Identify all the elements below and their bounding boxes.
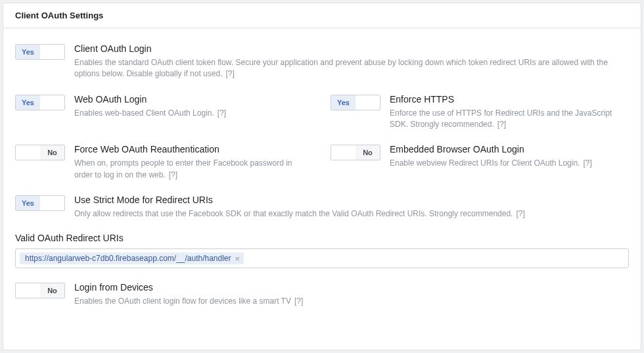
toggle-no-empty <box>40 45 64 59</box>
setting-desc: Enforce the use of HTTPS for Redirect UR… <box>390 108 629 131</box>
setting-embedded-browser: No Embedded Browser OAuth Login Enable w… <box>331 143 629 181</box>
toggle-yes-empty <box>16 283 40 298</box>
panel-body: Yes Client OAuth Login Enables the stand… <box>3 28 641 329</box>
toggle-no-empty <box>356 95 380 110</box>
setting-client-oauth-login: Yes Client OAuth Login Enables the stand… <box>15 43 629 80</box>
help-icon[interactable]: [?] <box>294 296 303 306</box>
setting-title: Embedded Browser OAuth Login <box>390 143 629 156</box>
setting-web-oauth-login: Yes Web OAuth Login Enables web-based Cl… <box>15 93 311 131</box>
setting-force-web-reauth: No Force Web OAuth Reauthentication When… <box>15 143 311 181</box>
setting-desc: Enable webview Redirect URIs for Client … <box>390 158 629 169</box>
setting-desc: Enables the standard OAuth client token … <box>74 57 629 80</box>
setting-title: Login from Devices <box>74 281 311 294</box>
help-icon[interactable]: [?] <box>225 69 234 78</box>
setting-title: Enforce HTTPS <box>390 93 629 106</box>
redirect-uris-input[interactable]: https://angularweb-c7db0.firebaseapp.com… <box>15 248 629 268</box>
setting-enforce-https: Yes Enforce HTTPS Enforce the use of HTT… <box>331 93 629 131</box>
help-icon[interactable]: [?] <box>169 170 177 179</box>
setting-strict-mode: Yes Use Strict Mode for Redirect URIs On… <box>15 194 629 220</box>
toggle-embedded-browser[interactable]: No <box>331 145 380 160</box>
uri-token-text: https://angularweb-c7db0.firebaseapp.com… <box>25 254 231 263</box>
setting-desc: When on, prompts people to enter their F… <box>74 158 311 181</box>
setting-title: Use Strict Mode for Redirect URIs <box>74 194 629 206</box>
toggle-no: No <box>40 145 64 160</box>
setting-desc: Enables web-based Client OAuth Login.[?] <box>74 108 311 119</box>
toggle-yes: Yes <box>16 95 40 110</box>
toggle-enforce-https[interactable]: Yes <box>331 95 380 110</box>
redirect-uris-label: Valid OAuth Redirect URIs <box>15 233 629 243</box>
help-icon[interactable]: [?] <box>516 209 524 218</box>
help-icon[interactable]: [?] <box>583 158 591 168</box>
setting-title: Force Web OAuth Reauthentication <box>74 143 311 156</box>
help-icon[interactable]: [?] <box>218 108 226 118</box>
setting-title: Client OAuth Login <box>74 43 629 55</box>
toggle-yes-empty <box>331 145 356 160</box>
panel-title: Client OAuth Settings <box>3 3 641 28</box>
setting-login-from-devices: No Login from Devices Enables the OAuth … <box>15 281 311 307</box>
toggle-web-oauth-login[interactable]: Yes <box>15 95 65 110</box>
toggle-no: No <box>356 145 380 160</box>
toggle-yes-empty <box>16 145 40 160</box>
toggle-no-empty <box>40 196 64 210</box>
toggle-yes: Yes <box>16 45 40 59</box>
toggle-strict-mode[interactable]: Yes <box>15 195 65 211</box>
toggle-client-oauth-login[interactable]: Yes <box>15 44 65 60</box>
toggle-no: No <box>40 283 64 298</box>
setting-title: Web OAuth Login <box>74 93 311 106</box>
client-oauth-settings-panel: Client OAuth Settings Yes Client OAuth L… <box>3 3 641 350</box>
setting-desc: Enables the OAuth client login flow for … <box>74 296 311 307</box>
uri-token[interactable]: https://angularweb-c7db0.firebaseapp.com… <box>20 252 244 264</box>
setting-desc: Only allow redirects that use the Facebo… <box>74 208 629 220</box>
toggle-yes: Yes <box>16 196 40 210</box>
help-icon[interactable]: [?] <box>497 120 506 129</box>
toggle-force-web-reauth[interactable]: No <box>15 145 65 160</box>
toggle-yes: Yes <box>331 95 356 110</box>
close-icon[interactable]: × <box>235 254 241 263</box>
toggle-login-from-devices[interactable]: No <box>15 283 65 298</box>
toggle-no-empty <box>40 95 64 110</box>
